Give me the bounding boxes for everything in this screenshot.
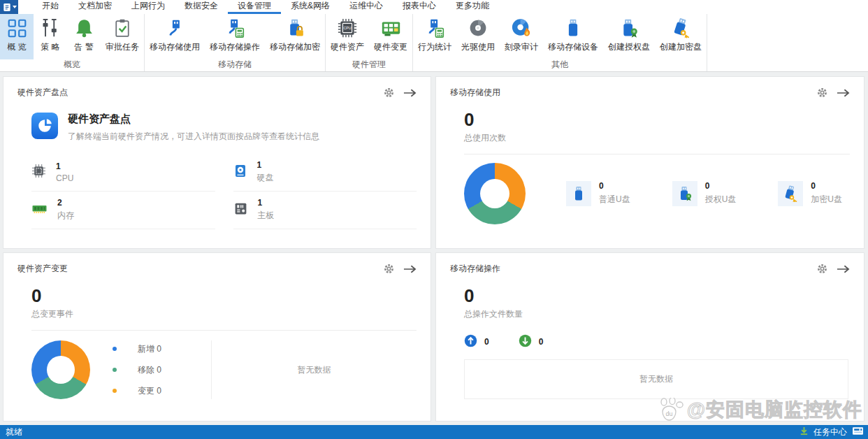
feature-desc: 了解终端当前硬件资产情况，可进入详情页面按品牌等查看统计信息 — [68, 131, 319, 143]
cpu-chip-icon — [31, 164, 46, 180]
card-title: 移动存储使用 — [450, 87, 500, 99]
ribbon-group-hardware: CPU 硬件资产 硬件变更 硬件管理 — [326, 14, 413, 71]
stat-disk: 1 硬盘 — [233, 154, 417, 192]
ribbon-group-label: 移动存储 — [145, 59, 325, 71]
menu-tab-start[interactable]: 开始 — [32, 0, 68, 14]
ribbon-item-create-encrypted-disk[interactable]: 创建加密盘 — [655, 14, 707, 59]
usb-cable-icon — [165, 17, 185, 39]
stat-value: 1 — [257, 160, 274, 170]
ribbon-item-burn-audit[interactable]: 刻录审计 — [500, 14, 543, 59]
stat-encrypted-usb: 0 加密U盘 — [778, 181, 842, 206]
app-menu-icon — [2, 2, 12, 13]
ribbon-item-label: 概 览 — [7, 41, 26, 53]
ribbon-item-behavior-stats[interactable]: 行为统计 — [413, 14, 456, 59]
ribbon-item-approval-tasks[interactable]: 审批任务 — [101, 14, 144, 59]
chevron-down-icon — [13, 6, 17, 8]
stat-plain-usb: 0 普通U盘 — [566, 181, 630, 206]
ribbon-group-label: 概览 — [0, 59, 144, 71]
menu-tab-internet-behavior[interactable]: 上网行为 — [122, 0, 175, 14]
ribbon-item-storage-encryption[interactable]: 移动存储加密 — [265, 14, 325, 59]
menu-tab-more[interactable]: 更多功能 — [446, 0, 499, 14]
ribbon-group-other: 行为统计 光驱使用 刻录审计 移动存储设备 创建授权盘 — [413, 14, 707, 71]
hardware-stats: 1 CPU 1 硬盘 2 — [31, 154, 417, 229]
ribbon-item-label: 审批任务 — [106, 41, 139, 53]
ribbon-item-storage-device[interactable]: 移动存储设备 — [543, 14, 603, 59]
arrow-right-icon[interactable] — [403, 88, 417, 98]
usb-calculator-icon — [425, 17, 445, 39]
menu-tab-ops-center[interactable]: 运维中心 — [340, 0, 393, 14]
svg-text:CPU: CPU — [343, 26, 351, 30]
usb-key-icon — [778, 181, 803, 206]
gear-icon[interactable] — [383, 263, 395, 275]
total-label: 总操作文件数量 — [464, 308, 850, 320]
ribbon-item-hardware-change[interactable]: 硬件变更 — [369, 14, 412, 59]
gear-icon[interactable] — [383, 87, 395, 99]
menu-tab-data-security[interactable]: 数据安全 — [175, 0, 228, 14]
ribbon-item-optical-usage[interactable]: 光驱使用 — [456, 14, 500, 59]
divider — [464, 154, 850, 154]
card-storage-operation: 移动存储操作 0 总操作文件数量 0 0 — [435, 252, 865, 422]
ram-icon — [31, 202, 48, 218]
gear-icon[interactable] — [816, 263, 828, 275]
card-hardware-inventory: 硬件资产盘点 硬件资产盘点 了解终端当前硬件资产情况，可进入详情页面按品牌等查看… — [3, 76, 431, 249]
ribbon-item-label: 光驱使用 — [461, 41, 495, 53]
card-title: 移动存储操作 — [450, 263, 500, 275]
hdd-icon — [233, 164, 247, 180]
app-menu-button[interactable] — [0, 0, 18, 14]
ribbon-item-create-authorized-disk[interactable]: 创建授权盘 — [603, 14, 655, 59]
ribbon-item-storage-operation[interactable]: 移动存储操作 — [205, 14, 265, 59]
sliders-icon — [41, 17, 60, 39]
arrow-right-icon[interactable] — [837, 264, 850, 274]
legend-dot-orange — [113, 389, 117, 393]
ribbon-item-label: 移动存储操作 — [210, 41, 260, 53]
arrow-right-icon[interactable] — [837, 88, 850, 98]
ribbon-item-label: 移动存储使用 — [150, 41, 200, 53]
stat-label: 普通U盘 — [599, 194, 630, 206]
ribbon-item-label: 硬件资产 — [331, 41, 364, 53]
legend-dot-green — [113, 368, 117, 372]
ribbon-item-hardware-asset[interactable]: CPU 硬件资产 — [326, 14, 369, 59]
ribbon-item-label: 创建加密盘 — [660, 41, 702, 53]
stat-value: 1 — [258, 198, 275, 208]
tray-monitor-icon[interactable] — [852, 426, 864, 438]
gear-icon[interactable] — [816, 87, 828, 99]
change-donut-chart — [31, 340, 90, 399]
download-arrow-icon — [800, 426, 809, 438]
usage-donut-chart — [464, 163, 526, 224]
ribbon-item-label: 移动存储加密 — [270, 41, 320, 53]
feature-title: 硬件资产盘点 — [68, 113, 319, 126]
ribbon-item-storage-usage[interactable]: 移动存储使用 — [145, 14, 205, 59]
menubar: 开始 文档加密 上网行为 数据安全 设备管理 系统&网络 运维中心 报表中心 更… — [0, 0, 868, 14]
download-value: 0 — [539, 337, 544, 347]
stat-label: 授权U盘 — [705, 194, 737, 206]
ribbon-group-removable-storage: 移动存储使用 移动存储操作 移动存储加密 移动存储 — [145, 14, 326, 71]
stat-motherboard: 1 主板 — [233, 192, 417, 229]
ribbon-group-overview: 概 览 策 略 告 警 审批任务 概览 — [0, 14, 145, 71]
menu-tab-device-management[interactable]: 设备管理 — [228, 0, 281, 14]
total-label: 总使用次数 — [464, 132, 850, 144]
stat-authorized-usb: 0 授权U盘 — [672, 181, 737, 206]
stat-memory: 2 内存 — [31, 192, 215, 229]
ribbon-item-alert[interactable]: 告 警 — [67, 14, 101, 59]
menu-tab-system-network[interactable]: 系统&网络 — [281, 0, 340, 14]
empty-data-text: 暂无数据 — [212, 364, 417, 376]
stat-label: 主板 — [258, 210, 275, 222]
usb-calculator-icon — [225, 17, 245, 39]
chart-legend: 新增 0 移除 0 变更 0 — [113, 340, 212, 399]
clipboard-check-icon — [113, 17, 132, 39]
stat-label: 硬盘 — [257, 172, 274, 184]
usb-plain-icon — [566, 181, 591, 206]
task-center-button[interactable]: 任务中心 — [813, 426, 847, 438]
ribbon-item-label: 策 略 — [41, 41, 59, 53]
menu-tab-doc-encryption[interactable]: 文档加密 — [68, 0, 122, 14]
divider — [31, 330, 417, 331]
ribbon-item-policy[interactable]: 策 略 — [34, 14, 67, 59]
ribbon-item-overview[interactable]: 概 览 — [0, 14, 34, 59]
pie-app-icon — [31, 113, 58, 141]
stat-cpu: 1 CPU — [31, 154, 215, 192]
disc-icon — [468, 17, 488, 39]
ribbon-group-label: 硬件管理 — [326, 59, 412, 71]
usb-badge-icon — [619, 17, 639, 39]
arrow-right-icon[interactable] — [403, 264, 417, 274]
menu-tab-report-center[interactable]: 报表中心 — [393, 0, 446, 14]
